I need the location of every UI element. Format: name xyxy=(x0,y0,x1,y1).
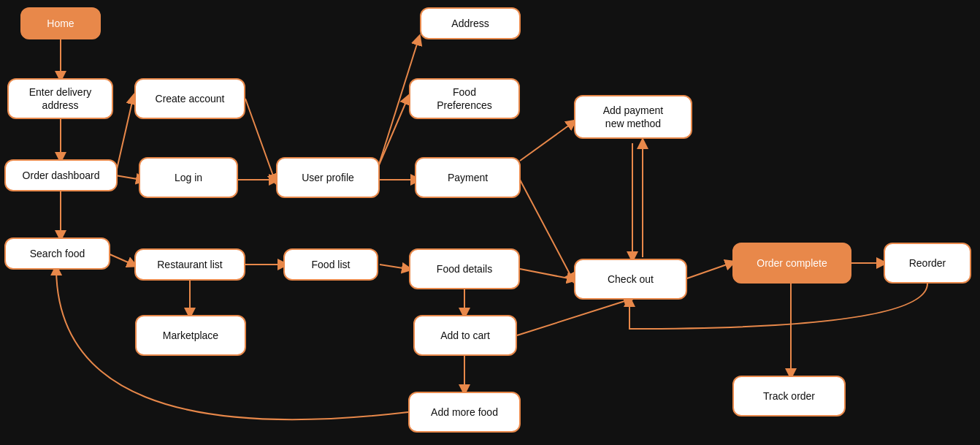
node-restaurant-list: Restaurant list xyxy=(134,248,245,281)
node-order-complete: Order complete xyxy=(732,243,851,284)
svg-line-26 xyxy=(685,263,731,279)
svg-line-11 xyxy=(245,99,275,180)
node-search-food: Search food xyxy=(4,237,110,270)
svg-line-14 xyxy=(378,99,407,167)
svg-line-7 xyxy=(115,175,142,180)
node-create-account: Create account xyxy=(134,78,245,119)
node-address: Address xyxy=(420,7,521,39)
svg-line-20 xyxy=(520,180,573,279)
node-home: Home xyxy=(20,7,101,39)
node-food-list: Food list xyxy=(283,248,378,281)
svg-line-17 xyxy=(380,265,407,269)
node-reorder: Reorder xyxy=(884,243,971,284)
node-track-order: Track order xyxy=(732,376,846,417)
svg-line-23 xyxy=(520,123,573,161)
node-order-dashboard: Order dashboard xyxy=(4,159,118,191)
svg-line-21 xyxy=(520,269,573,279)
flowchart-diagram: Home Enter deliveryaddress Order dashboa… xyxy=(0,0,980,445)
svg-line-22 xyxy=(517,300,629,335)
node-marketplace: Marketplace xyxy=(135,315,246,356)
node-food-preferences: FoodPreferences xyxy=(409,78,520,119)
node-enter-delivery: Enter deliveryaddress xyxy=(7,78,113,119)
node-add-payment-method: Add paymentnew method xyxy=(574,95,692,139)
node-food-details: Food details xyxy=(409,248,520,289)
node-add-more-food: Add more food xyxy=(408,392,521,433)
node-check-out: Check out xyxy=(574,259,687,300)
svg-line-6 xyxy=(115,99,133,175)
svg-line-8 xyxy=(108,254,133,265)
node-user-profile: User profile xyxy=(276,157,380,198)
node-add-to-cart: Add to cart xyxy=(413,315,517,356)
node-payment: Payment xyxy=(415,157,521,198)
node-log-in: Log in xyxy=(139,157,238,198)
